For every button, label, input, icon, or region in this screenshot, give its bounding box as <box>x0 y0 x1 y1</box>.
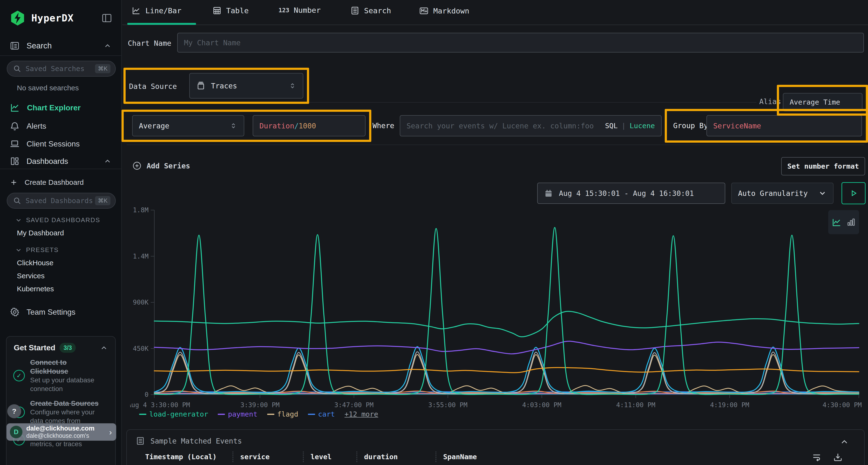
no-saved-searches-text: No saved searches <box>17 84 79 92</box>
set-number-format-button[interactable]: Set number format <box>781 157 865 175</box>
sidebar-item-client-sessions[interactable]: Client Sessions <box>0 137 121 151</box>
legend-swatch <box>218 414 225 415</box>
text-wrap-icon[interactable] <box>812 452 822 462</box>
main-content: Line/Bar Table 123 Number Search Markdow… <box>122 0 868 465</box>
divider <box>0 56 121 56</box>
legend-item-cart[interactable]: cart <box>308 410 335 418</box>
markdown-icon <box>419 6 429 16</box>
create-dashboard-button[interactable]: Create Dashboard <box>0 175 121 189</box>
svg-text:4:11:00 PM: 4:11:00 PM <box>616 401 655 409</box>
granularity-select[interactable]: Auto Granularity <box>731 182 834 204</box>
presets-group[interactable]: PRESETS <box>15 246 59 254</box>
kbd-shortcut: ⌘K <box>95 64 111 73</box>
aggregation-select[interactable]: Average <box>132 115 244 136</box>
sidebar-item-services[interactable]: Services <box>17 272 44 280</box>
user-menu[interactable]: D dale@clickhouse.com dale@clickhouse.co… <box>6 423 116 441</box>
tab-markdown[interactable]: Markdown <box>419 6 469 16</box>
column-header-duration[interactable]: duration <box>356 452 435 462</box>
help-button[interactable]: ? <box>7 404 21 418</box>
group-label-text: SAVED DASHBOARDS <box>26 217 100 224</box>
svg-text:900K: 900K <box>133 299 149 306</box>
sidebar-section-search[interactable]: Search <box>0 36 121 56</box>
alias-value: Average Time <box>789 98 840 106</box>
column-header-timestamp[interactable]: Timestamp (Local) <box>145 453 232 461</box>
group-by-value: ServiceName <box>713 122 761 130</box>
chevron-up-icon[interactable] <box>840 437 849 447</box>
group-by-label: Group By <box>673 122 708 130</box>
column-header-service[interactable]: service <box>232 452 303 462</box>
sidebar-section-dashboards[interactable]: Dashboards <box>0 154 121 168</box>
tab-search[interactable]: Search <box>350 6 391 15</box>
chevron-up-icon[interactable] <box>100 344 108 352</box>
chevron-up-icon[interactable] <box>103 157 112 165</box>
series-other-orange-mid <box>154 367 859 372</box>
alias-input[interactable]: Average Time <box>783 93 863 111</box>
where-search-input[interactable]: Search your events w/ Lucene ex. column:… <box>400 115 661 136</box>
tab-number[interactable]: 123 Number <box>278 6 321 14</box>
time-range-value: Aug 4 15:30:01 - Aug 4 16:30:01 <box>559 189 694 198</box>
chart-name-input[interactable]: My Chart Name <box>177 33 864 53</box>
legend-item-payment[interactable]: payment <box>218 410 257 418</box>
sidebar-item-label: Alerts <box>27 122 46 131</box>
data-source-select[interactable]: Traces <box>189 73 303 99</box>
app-root: HyperDX Search Saved Searches ⌘K No save… <box>0 0 868 465</box>
legend-label: payment <box>228 410 257 418</box>
saved-dashboards-group[interactable]: SAVED DASHBOARDS <box>15 217 100 224</box>
get-started-card: Get Started 3/3 ✓ Connect to ClickHouse … <box>6 336 116 465</box>
sidebar-item-kubernetes[interactable]: Kubernetes <box>17 285 54 293</box>
saved-searches-input[interactable]: Saved Searches ⌘K <box>7 61 116 77</box>
number-123-icon: 123 <box>278 7 289 14</box>
kbd-shortcut: ⌘K <box>95 196 111 205</box>
dashboards-icon <box>10 156 20 166</box>
field-name: Duration <box>259 122 294 130</box>
lucene-mode-toggle[interactable]: Lucene <box>629 122 655 130</box>
run-query-button[interactable] <box>841 182 866 204</box>
line-chart-icon <box>131 6 141 15</box>
sidebar-item-clickhouse[interactable]: ClickHouse <box>17 259 54 267</box>
select-updown-icon <box>288 82 297 90</box>
get-started-item[interactable]: ✓ Create Data Sources Configure where yo… <box>6 399 115 425</box>
sidebar-item-my-dashboard[interactable]: My Dashboard <box>17 229 64 237</box>
bell-icon <box>10 121 20 131</box>
divider <box>0 169 121 169</box>
data-source-label: Data Source <box>129 82 177 91</box>
saved-dashboards-input[interactable]: Saved Dashboards ⌘K <box>7 193 116 209</box>
tab-table[interactable]: Table <box>212 6 249 15</box>
divider <box>127 102 756 103</box>
legend-item-flagd[interactable]: flagd <box>267 410 298 418</box>
sidebar-collapse-icon[interactable] <box>101 12 112 24</box>
time-range-picker[interactable]: Aug 4 15:30:01 - Aug 4 16:30:01 <box>537 182 725 204</box>
column-header-spanname[interactable]: SpanName <box>435 452 537 462</box>
svg-text:4:03:00 PM: 4:03:00 PM <box>522 401 562 409</box>
svg-text:4:19:00 PM: 4:19:00 PM <box>710 401 749 409</box>
get-started-title: Get Started <box>14 343 55 352</box>
legend-item-load-generator[interactable]: load-generator <box>139 410 208 418</box>
chevron-up-icon[interactable] <box>103 42 112 50</box>
get-started-item-desc: Configure where your data comes from <box>30 408 105 425</box>
timeseries-chart[interactable]: 0450K900K1.4M1.8MAug 4 3:30:00 PM3:39:00… <box>130 204 868 411</box>
column-header-level[interactable]: level <box>303 452 356 462</box>
field-divisor: 1000 <box>299 122 316 130</box>
add-series-button[interactable]: Add Series <box>132 161 190 171</box>
get-started-item[interactable]: ✓ Connect to ClickHouse Set up your data… <box>6 358 115 393</box>
svg-text:Aug 4 3:30:00 PM: Aug 4 3:30:00 PM <box>130 401 190 409</box>
series-flagd <box>154 355 859 394</box>
sidebar-item-label: Client Sessions <box>27 139 80 148</box>
group-by-input[interactable]: ServiceName <box>707 115 862 136</box>
field-expression-input[interactable]: Duration/1000 <box>253 115 366 136</box>
user-team: dale@clickhouse.com's <box>26 432 94 439</box>
sidebar-item-alerts[interactable]: Alerts <box>0 119 121 133</box>
sidebar-item-team-settings[interactable]: Team Settings <box>0 305 121 319</box>
get-started-progress-badge: 3/3 <box>60 343 76 353</box>
document-list-icon <box>135 436 145 446</box>
legend-more-link[interactable]: +12 more <box>345 410 378 418</box>
sidebar-item-label: Chart Explorer <box>27 103 81 112</box>
calendar-icon <box>544 189 553 198</box>
app-logo[interactable]: HyperDX <box>10 10 74 26</box>
download-icon[interactable] <box>833 452 843 462</box>
series-other-gray-spikes <box>154 352 859 394</box>
sql-mode-toggle[interactable]: SQL <box>605 122 618 130</box>
tab-line-bar[interactable]: Line/Bar <box>131 6 181 15</box>
sidebar-item-chart-explorer[interactable]: Chart Explorer <box>0 101 121 115</box>
chevron-down-icon <box>818 189 827 198</box>
